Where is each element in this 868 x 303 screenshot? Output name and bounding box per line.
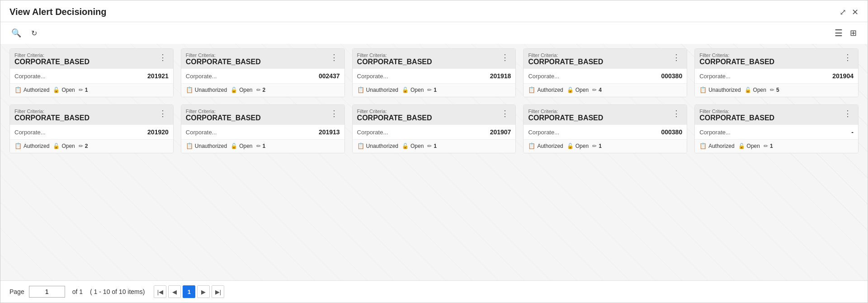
card-body-value: 201921 xyxy=(147,72,169,80)
toolbar-right: ☰ ⊞ xyxy=(833,26,859,40)
status-item: 📋 Authorized xyxy=(528,86,563,93)
card-r2-c1[interactable]: Filter Criteria: CORPORATE_BASED ⋮ Corpo… xyxy=(9,104,174,153)
footer-bar: Page of 1 ( 1 - 10 of 10 items) |◀ ◀ 1 ▶… xyxy=(0,280,868,303)
card-r2-c4[interactable]: Filter Criteria: CORPORATE_BASED ⋮ Corpo… xyxy=(523,104,687,153)
card-footer: 📋 Unauthorized 🔓 Open ✏ 1 xyxy=(181,139,344,153)
card-footer: 📋 Unauthorized 🔓 Open ✏ 1 xyxy=(353,83,516,97)
last-page-btn[interactable]: ▶| xyxy=(212,285,224,298)
refresh-icon[interactable]: ↻ xyxy=(29,27,39,39)
card-title: CORPORATE_BASED xyxy=(14,114,90,122)
lock-icon: 🔓 xyxy=(53,143,60,149)
first-page-btn[interactable]: |◀ xyxy=(154,285,166,298)
card-footer: 📋 Authorized 🔓 Open ✏ 1 xyxy=(10,83,173,97)
edit-icon: ✏ xyxy=(256,87,261,93)
card-title: CORPORATE_BASED xyxy=(699,58,774,66)
card-body-value: 002437 xyxy=(319,72,340,80)
cards-grid-row2: Filter Criteria: CORPORATE_BASED ⋮ Corpo… xyxy=(9,104,859,153)
card-header-content: Filter Criteria: CORPORATE_BASED xyxy=(186,109,261,122)
card-title: CORPORATE_BASED xyxy=(357,58,432,66)
filter-criteria-label: Filter Criteria: xyxy=(186,109,261,114)
edit-icon: ✏ xyxy=(256,143,261,149)
card-menu-icon[interactable]: ⋮ xyxy=(328,52,340,62)
count-badge: 1 xyxy=(434,143,437,149)
card-body: Corporate... - xyxy=(695,125,858,139)
of-label: of 1 xyxy=(72,288,83,295)
prev-page-btn[interactable]: ◀ xyxy=(168,285,181,298)
card-r1-c3[interactable]: Filter Criteria: CORPORATE_BASED ⋮ Corpo… xyxy=(352,48,516,97)
filter-criteria-label: Filter Criteria: xyxy=(699,109,774,114)
maximize-icon[interactable]: ⤢ xyxy=(840,7,846,17)
pagination-controls: |◀ ◀ 1 ▶ ▶| xyxy=(154,285,224,298)
filter-criteria-label: Filter Criteria: xyxy=(186,52,261,58)
list-view-icon[interactable]: ☰ xyxy=(833,26,844,40)
count-badge: 1 xyxy=(599,143,602,149)
lock-icon: 🔓 xyxy=(567,87,574,93)
card-r2-c5[interactable]: Filter Criteria: CORPORATE_BASED ⋮ Corpo… xyxy=(694,104,859,153)
card-footer: 📋 Unauthorized 🔓 Open ✏ 1 xyxy=(353,139,516,153)
lock-label: Open xyxy=(410,87,424,93)
card-header: Filter Criteria: CORPORATE_BASED ⋮ xyxy=(524,105,687,125)
doc-icon: 📋 xyxy=(699,142,707,149)
page-1-btn[interactable]: 1 xyxy=(183,285,195,298)
card-header: Filter Criteria: CORPORATE_BASED ⋮ xyxy=(181,49,344,69)
filter-criteria-label: Filter Criteria: xyxy=(357,109,432,114)
card-menu-icon[interactable]: ⋮ xyxy=(499,109,511,118)
card-title: CORPORATE_BASED xyxy=(186,114,261,122)
count-item: ✏ 2 xyxy=(256,87,266,93)
card-header: Filter Criteria: CORPORATE_BASED ⋮ xyxy=(181,105,344,125)
card-menu-icon[interactable]: ⋮ xyxy=(157,109,169,118)
lock-item: 🔓 Open xyxy=(402,87,424,93)
page-input[interactable] xyxy=(29,286,65,298)
card-body-label: Corporate... xyxy=(699,73,731,80)
edit-icon: ✏ xyxy=(770,87,774,93)
card-r1-c5[interactable]: Filter Criteria: CORPORATE_BASED ⋮ Corpo… xyxy=(694,48,859,97)
card-r1-c2[interactable]: Filter Criteria: CORPORATE_BASED ⋮ Corpo… xyxy=(181,48,345,97)
lock-label: Open xyxy=(410,143,424,149)
status-item: 📋 Unauthorized xyxy=(357,142,398,149)
card-footer: 📋 Authorized 🔓 Open ✏ 1 xyxy=(524,139,687,153)
lock-icon: 🔓 xyxy=(745,87,751,93)
edit-icon: ✏ xyxy=(592,143,597,149)
card-body: Corporate... 002437 xyxy=(181,69,344,83)
grid-view-icon[interactable]: ⊞ xyxy=(848,26,859,40)
card-header-content: Filter Criteria: CORPORATE_BASED xyxy=(699,109,774,122)
card-body-value: 201920 xyxy=(147,128,169,136)
lock-label: Open xyxy=(747,143,760,149)
card-header-content: Filter Criteria: CORPORATE_BASED xyxy=(528,109,603,122)
card-menu-icon[interactable]: ⋮ xyxy=(842,109,854,118)
lock-icon: 🔓 xyxy=(567,143,574,149)
lock-icon: 🔓 xyxy=(231,87,237,93)
card-menu-icon[interactable]: ⋮ xyxy=(499,52,511,62)
close-icon[interactable]: ✕ xyxy=(852,7,859,17)
card-menu-icon[interactable]: ⋮ xyxy=(157,52,169,62)
card-menu-icon[interactable]: ⋮ xyxy=(670,109,682,118)
status-item: 📋 Unauthorized xyxy=(357,86,398,93)
filter-criteria-label: Filter Criteria: xyxy=(14,109,90,114)
card-menu-icon[interactable]: ⋮ xyxy=(328,109,340,118)
card-r1-c1[interactable]: Filter Criteria: CORPORATE_BASED ⋮ Corpo… xyxy=(9,48,174,97)
lock-item: 🔓 Open xyxy=(402,143,424,149)
card-body: Corporate... 201918 xyxy=(353,69,516,83)
card-r2-c2[interactable]: Filter Criteria: CORPORATE_BASED ⋮ Corpo… xyxy=(181,104,345,153)
card-menu-icon[interactable]: ⋮ xyxy=(670,52,682,62)
lock-label: Open xyxy=(61,87,75,93)
card-title: CORPORATE_BASED xyxy=(528,58,603,66)
search-icon[interactable]: 🔍 xyxy=(9,26,23,40)
card-r1-c4[interactable]: Filter Criteria: CORPORATE_BASED ⋮ Corpo… xyxy=(523,48,687,97)
card-body-label: Corporate... xyxy=(186,129,217,136)
status-item: 📋 Unauthorized xyxy=(186,86,227,93)
status-label: Unauthorized xyxy=(366,87,398,93)
next-page-btn[interactable]: ▶ xyxy=(197,285,210,298)
card-r2-c3[interactable]: Filter Criteria: CORPORATE_BASED ⋮ Corpo… xyxy=(352,104,516,153)
toolbar-left: 🔍 ↻ xyxy=(9,26,39,40)
count-item: ✏ 2 xyxy=(79,143,88,149)
edit-icon: ✏ xyxy=(764,143,768,149)
count-badge: 4 xyxy=(599,87,602,93)
card-header-content: Filter Criteria: CORPORATE_BASED xyxy=(528,52,603,66)
doc-icon: 📋 xyxy=(699,86,707,93)
card-footer: 📋 Authorized 🔓 Open ✏ 4 xyxy=(524,83,687,97)
count-item: ✏ 1 xyxy=(256,143,266,149)
card-menu-icon[interactable]: ⋮ xyxy=(842,52,854,62)
status-label: Authorized xyxy=(24,143,49,149)
lock-item: 🔓 Open xyxy=(53,143,75,149)
